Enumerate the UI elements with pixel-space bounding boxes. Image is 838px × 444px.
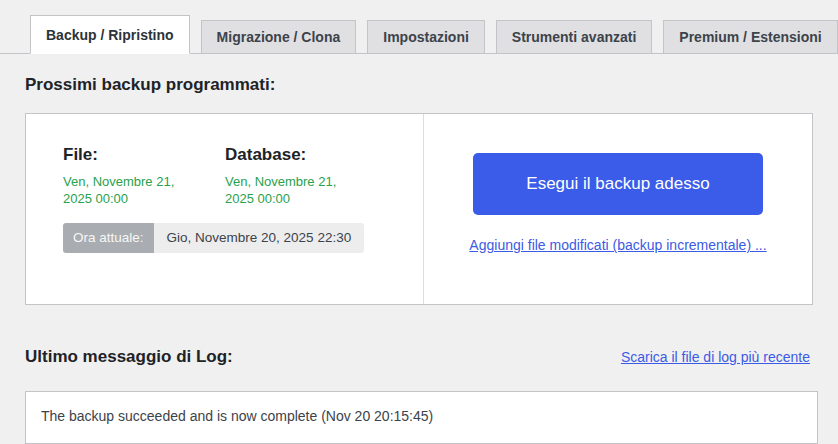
updraftplus-backup-page: Backup / Ripristino Migrazione / Clona I…: [0, 0, 838, 444]
backup-now-button[interactable]: Esegui il backup adesso: [473, 153, 763, 215]
tab-backup-ripristino[interactable]: Backup / Ripristino: [30, 15, 190, 54]
database-schedule: Database: Ven, Novembre 21, 2025 00:00: [225, 145, 387, 208]
tab-impostazioni[interactable]: Impostazioni: [367, 20, 485, 54]
tab-migrazione-clona[interactable]: Migrazione / Clona: [201, 20, 357, 54]
log-message-panel: The backup succeeded and is now complete…: [25, 391, 818, 444]
database-label: Database:: [225, 145, 387, 165]
scheduled-times-column: File: Ven, Novembre 21, 2025 00:00 Datab…: [26, 114, 424, 304]
backup-actions-column: Esegui il backup adesso Aggiungi file mo…: [424, 114, 812, 304]
download-log-link[interactable]: Scarica il file di log più recente: [621, 349, 810, 365]
files-label: File:: [63, 145, 225, 165]
tab-premium-estensioni[interactable]: Premium / Estensioni: [663, 20, 837, 54]
log-title: Ultimo messaggio di Log:: [25, 347, 233, 367]
current-time-label: Ora attuale:: [63, 223, 154, 253]
current-time-value: Gio, Novembre 20, 2025 22:30: [154, 223, 365, 253]
files-next-backup-time: Ven, Novembre 21, 2025 00:00: [63, 174, 191, 208]
incremental-backup-link[interactable]: Aggiungi file modificati (backup increme…: [469, 237, 766, 253]
scheduled-backups-panel: File: Ven, Novembre 21, 2025 00:00 Datab…: [25, 113, 813, 305]
files-schedule: File: Ven, Novembre 21, 2025 00:00: [63, 145, 225, 208]
database-next-backup-time: Ven, Novembre 21, 2025 00:00: [225, 174, 353, 208]
tab-bar: Backup / Ripristino Migrazione / Clona I…: [0, 0, 838, 54]
scheduled-backups-title: Prossimi backup programmati:: [25, 75, 813, 95]
log-message: The backup succeeded and is now complete…: [41, 408, 433, 424]
current-time-badge: Ora attuale: Gio, Novembre 20, 2025 22:3…: [63, 223, 364, 253]
tab-strumenti-avanzati[interactable]: Strumenti avanzati: [496, 20, 652, 54]
log-header: Ultimo messaggio di Log: Scarica il file…: [25, 347, 810, 367]
